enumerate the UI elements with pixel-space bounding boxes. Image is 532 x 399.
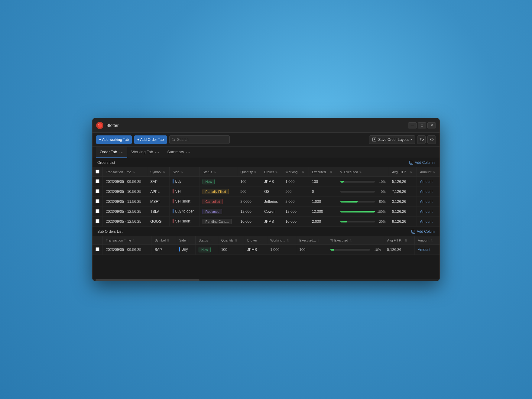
side-color-bar: [173, 219, 174, 223]
sub-sort-icon-quantity[interactable]: ⇅: [235, 239, 237, 242]
col-pct-executed: % Executed ⇅: [337, 167, 389, 177]
save-layout-label: Save Order Layout: [378, 138, 409, 142]
table-row[interactable]: 2023/09/05 - 12:56:25 TSLA Buy to open R…: [92, 207, 440, 217]
cell-side: Buy: [170, 177, 199, 187]
sort-icon-pct[interactable]: ⇅: [359, 170, 362, 174]
sort-icon-time[interactable]: ⇅: [132, 170, 135, 174]
cell-status: Partially Filled: [199, 187, 237, 197]
add-working-tab-button[interactable]: + Add working Tab: [96, 135, 132, 144]
sub-sort-icon-executed[interactable]: ⇅: [317, 239, 320, 242]
side-color-bar: [173, 199, 174, 203]
sub-col-working: Working... ⇅: [267, 236, 296, 245]
pct-label: 20%: [377, 220, 386, 223]
table-row[interactable]: 2023/09/05 - 09:56:25 SAP Buy New 100 JP…: [92, 245, 440, 255]
minimize-button[interactable]: —: [408, 122, 417, 128]
cell-pct-executed: 100%: [337, 207, 389, 217]
sort-icon-amount[interactable]: ⇅: [433, 170, 435, 174]
cell-amount: Amount: [417, 217, 440, 227]
cell-broker: Cowen: [261, 207, 282, 217]
col-broker: Broker ⇅: [261, 167, 282, 177]
select-all-checkbox[interactable]: [96, 170, 99, 174]
export-button[interactable]: ▾: [417, 135, 426, 144]
horizontal-scrollbar[interactable]: [92, 279, 440, 281]
sort-icon-side[interactable]: ⇅: [180, 170, 183, 174]
sub-sort-icon-status[interactable]: ⇅: [209, 239, 212, 242]
order-tab-menu-icon[interactable]: ⋯: [119, 149, 124, 155]
sub-sort-icon-time[interactable]: ⇅: [132, 239, 135, 242]
side-color-bar: [173, 179, 174, 183]
sub-sort-icon-broker[interactable]: ⇅: [258, 239, 261, 242]
sub-col-amount: Amount ⇅: [415, 236, 440, 245]
progress-track: [340, 191, 375, 193]
table-row[interactable]: 2023/09/05 - 11:56:25 MSFT Sell short Ca…: [92, 197, 440, 207]
table-row[interactable]: 2023/09/05 - 09:56:25 SAP Buy New 100 JP…: [92, 177, 440, 187]
cell-time: 2023/09/05 - 09:56:25: [103, 177, 147, 187]
summary-tab-menu-icon[interactable]: ⋯: [186, 149, 190, 155]
cell-working: 1,000: [282, 177, 309, 187]
row-checkbox[interactable]: [96, 189, 99, 193]
row-checkbox[interactable]: [96, 199, 99, 203]
sub-sort-icon-side[interactable]: ⇅: [187, 239, 190, 242]
cell-status: New: [199, 177, 237, 187]
sub-sort-icon-pct[interactable]: ⇅: [349, 239, 352, 242]
progress-cell: 0%: [340, 190, 386, 193]
cell-avg-fill: 7,126,26: [389, 187, 417, 197]
col-avg-fill: Avg Fill P... ⇅: [389, 167, 417, 177]
amount-link[interactable]: Amount: [420, 199, 432, 204]
sub-orders-table-header: Transaction Time ⇅ Symbol ⇅ Side ⇅: [92, 236, 440, 245]
sub-sort-icon-symbol[interactable]: ⇅: [167, 239, 169, 242]
refresh-button[interactable]: [427, 135, 436, 144]
col-side: Side ⇅: [170, 167, 199, 177]
sub-orders-header-row: Transaction Time ⇅ Symbol ⇅ Side ⇅: [92, 236, 440, 245]
progress-fill: [340, 221, 347, 222]
add-sub-column-button[interactable]: Add Colum: [411, 229, 435, 234]
toolbar: + Add working Tab + Add Order Tab Save O…: [92, 133, 440, 147]
progress-fill: [340, 211, 375, 212]
row-checkbox[interactable]: [96, 247, 99, 251]
sort-icon-status[interactable]: ⇅: [213, 170, 216, 174]
tab-working-tab[interactable]: Working Tab ⋯: [128, 147, 163, 158]
progress-cell: 10%: [340, 180, 386, 183]
scrollbar-thumb[interactable]: [96, 279, 199, 281]
row-checkbox[interactable]: [96, 209, 99, 213]
cell-pct-executed: 10%: [327, 245, 384, 255]
sort-icon-symbol[interactable]: ⇅: [163, 170, 165, 174]
cell-amount: Amount: [415, 245, 440, 255]
cell-working: 1,000: [267, 245, 296, 255]
sub-sort-icon-avg-fill[interactable]: ⇅: [405, 239, 407, 242]
order-tab-label: Order Tab: [100, 150, 117, 154]
progress-track: [340, 201, 375, 203]
cell-avg-fill: 5,126,26: [384, 245, 414, 255]
sort-icon-executed[interactable]: ⇅: [330, 170, 332, 174]
table-row[interactable]: 2023/09/05 - 12:56:25 GOOG Sell short Pe…: [92, 217, 440, 227]
sort-icon-quantity[interactable]: ⇅: [254, 170, 256, 174]
side-indicator: Sell short: [173, 219, 190, 223]
maximize-button[interactable]: □: [418, 122, 426, 128]
sub-sort-icon-working[interactable]: ⇅: [287, 239, 289, 242]
table-row[interactable]: 2023/09/05 - 10:56:25 APPL Sell Partiall…: [92, 187, 440, 197]
sub-sort-icon-amount[interactable]: ⇅: [430, 239, 433, 242]
add-column-icon: [409, 161, 413, 165]
col-quantity: Quantity ⇅: [237, 167, 261, 177]
search-input[interactable]: [177, 138, 227, 142]
close-button[interactable]: ✕: [427, 122, 436, 128]
tab-summary[interactable]: Summary ⋯: [164, 147, 194, 158]
amount-link[interactable]: Amount: [420, 180, 432, 184]
save-layout-button[interactable]: Save Order Layout ▾: [369, 135, 415, 144]
sort-icon-avg-fill[interactable]: ⇅: [410, 170, 412, 174]
row-checkbox[interactable]: [96, 179, 99, 183]
add-column-button[interactable]: Add Column: [409, 161, 435, 165]
amount-link[interactable]: Amount: [420, 209, 432, 214]
orders-list-header: Orders List Add Column: [92, 158, 440, 167]
row-checkbox[interactable]: [96, 219, 99, 223]
sort-icon-broker[interactable]: ⇅: [275, 170, 277, 174]
sort-icon-working[interactable]: ⇅: [302, 170, 304, 174]
amount-link[interactable]: Amount: [420, 190, 432, 194]
cell-symbol: GOOG: [147, 217, 170, 227]
search-box[interactable]: [169, 135, 230, 144]
working-tab-menu-icon[interactable]: ⋯: [155, 149, 159, 155]
amount-link[interactable]: Amount: [420, 219, 432, 224]
tab-order-tab[interactable]: Order Tab ⋯: [96, 147, 127, 158]
add-order-tab-button[interactable]: + Add Order Tab: [134, 135, 167, 144]
amount-link[interactable]: Amount: [418, 248, 430, 252]
